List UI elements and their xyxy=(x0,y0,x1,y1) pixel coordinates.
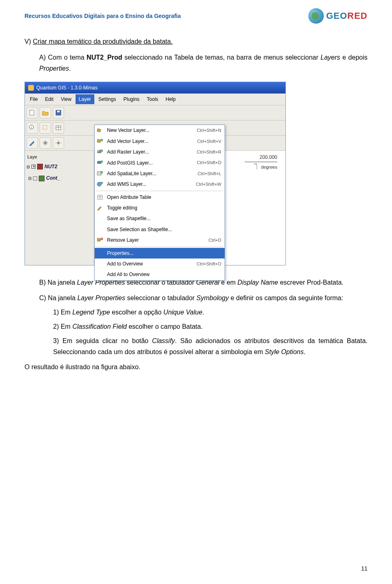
section-a-italic2: Properties xyxy=(39,65,69,72)
menu-plugins[interactable]: Plugins xyxy=(120,94,143,104)
svg-text:+: + xyxy=(101,139,102,142)
list-item-2: 2) Em Classification Field escolher o ca… xyxy=(53,321,368,332)
menu-label: Add Vector Layer... xyxy=(107,137,194,145)
menu-item-add-spatialite[interactable]: + Add SpatiaLite Layer... Ctrl+Shift+L xyxy=(95,168,225,179)
app-body: Laye ⊟ ✕ NUT2 ⊟ Cont_ 200.000 xyxy=(25,151,285,265)
qgis-window: Quantum GIS - 1.3.0-Mimas File Edit View… xyxy=(24,82,286,266)
menu-view[interactable]: View xyxy=(58,94,75,104)
logo-geo: GEO xyxy=(326,11,347,21)
menu-item-add-all-overview[interactable]: Add All to Overview xyxy=(95,269,225,280)
menu-item-add-overview[interactable]: Add to Overview Ctrl+Shift+O xyxy=(95,259,225,269)
menu-settings[interactable]: Settings xyxy=(95,94,119,104)
menu-item-open-attr-table[interactable]: Open Attribute Table xyxy=(95,192,225,203)
identify-button[interactable]: i xyxy=(27,122,38,134)
add-postgis-icon: + xyxy=(96,160,104,166)
menu-shortcut: Ctrl+Shift+W xyxy=(196,181,221,188)
list-item-1: 1) Em Legend Type escolher a opção Uniqu… xyxy=(53,307,368,318)
menu-item-remove-layer[interactable]: Remove Layer Ctrl+D xyxy=(95,235,225,245)
toolbar-row-1 xyxy=(25,105,285,120)
li2-pre: 2) Em xyxy=(53,323,72,330)
layer-name-cont: Cont_ xyxy=(46,174,60,182)
section-b-mid3: escrever Prod-Batata. xyxy=(278,279,343,286)
li1-pre: 1) Em xyxy=(53,309,72,316)
menu-help[interactable]: Help xyxy=(163,94,179,104)
menu-separator xyxy=(96,247,223,247)
li1-i: Legend Type xyxy=(72,309,110,316)
section-a-prefix: A) Com o tema xyxy=(39,54,87,61)
li2-post: escolher o campo Batata. xyxy=(127,323,203,330)
menu-tools[interactable]: Tools xyxy=(144,94,162,104)
menu-edit[interactable]: Edit xyxy=(42,94,57,104)
li1-post: escolher a opção xyxy=(110,309,163,316)
layer-swatch-icon xyxy=(37,164,43,169)
menu-item-toggle-editing[interactable]: Toggle editing xyxy=(95,203,225,213)
result-line: O resultado é ilustrado na figura abaixo… xyxy=(24,361,368,372)
layer-menu-dropdown: New Vector Layer... Ctrl+Shift+N + Add V… xyxy=(94,125,225,280)
li3-end: . xyxy=(304,348,305,355)
svg-text:+: + xyxy=(101,182,102,185)
menu-label: Add Raster Layer... xyxy=(107,148,194,156)
layer-row-cont[interactable]: ⊟ Cont_ xyxy=(27,173,92,183)
attribute-table-button[interactable] xyxy=(53,122,64,134)
menu-label: Remove Layer xyxy=(107,236,205,244)
menu-item-properties[interactable]: Properties... xyxy=(95,248,225,259)
section-c-mid2: e definir os campos da seguinte forma: xyxy=(229,294,343,301)
menu-file[interactable]: File xyxy=(27,94,41,104)
li1-i2: Unique Value xyxy=(163,309,202,316)
layers-panel-label: Laye xyxy=(27,152,92,162)
menu-item-add-vector[interactable]: + Add Vector Layer... Ctrl+Shift+V xyxy=(95,136,225,147)
header-title: Recursos Educativos Digitais para o Ensi… xyxy=(24,13,181,19)
menu-label: Save as Shapefile... xyxy=(107,214,218,223)
li2-i: Classification Field xyxy=(72,323,127,330)
document-body: V) Criar mapa temático da produtividade … xyxy=(24,36,368,373)
edit-button[interactable] xyxy=(27,137,38,149)
open-project-button[interactable] xyxy=(40,107,51,118)
scale-value: 200.000 xyxy=(245,153,277,161)
svg-rect-3 xyxy=(57,111,60,112)
add-raster-icon: + xyxy=(96,149,104,155)
svg-rect-16 xyxy=(97,150,99,152)
new-vector-icon xyxy=(96,127,104,134)
menu-item-add-postgis[interactable]: + Add PostGIS Layer... Ctrl+Shift+D xyxy=(95,158,225,168)
section-c: C) Na janela Layer Properties selecciona… xyxy=(24,292,368,303)
menu-label: Save Selection as Shapefile... xyxy=(107,225,218,234)
section-a-mid: seleccionado na Tabela de temas, na barr… xyxy=(122,54,321,61)
menu-item-new-vector[interactable]: New Vector Layer... Ctrl+Shift+N xyxy=(95,125,225,136)
menu-layer[interactable]: Layer xyxy=(76,94,94,104)
menu-item-save-selection-shapefile[interactable]: Save Selection as Shapefile... xyxy=(95,224,225,235)
menu-label: Properties... xyxy=(107,249,218,257)
menu-label: Add SpatiaLite Layer... xyxy=(107,169,194,178)
svg-rect-6 xyxy=(43,125,47,129)
save-button[interactable] xyxy=(53,107,64,118)
menu-shortcut: Ctrl+D xyxy=(209,236,221,244)
logo-red: RED xyxy=(347,11,368,21)
logo: GEORED xyxy=(308,8,368,24)
section-a: A) Com o tema NUT2_Prod seleccionado na … xyxy=(24,52,368,74)
section-v-prefix: V) xyxy=(24,38,33,45)
menu-item-add-wms[interactable]: + Add WMS Layer... Ctrl+Shift+W xyxy=(95,179,225,189)
menu-item-add-raster[interactable]: + Add Raster Layer... Ctrl+Shift+R xyxy=(95,147,225,157)
li1-end: . xyxy=(203,309,204,316)
layer-row-nut2[interactable]: ⊟ ✕ NUT2 xyxy=(27,162,92,172)
section-c-i2: Symbology xyxy=(196,294,229,301)
svg-marker-11 xyxy=(97,129,101,132)
section-a-end: . xyxy=(69,65,71,72)
menu-label: Add WMS Layer... xyxy=(107,180,193,188)
add-vector-icon: + xyxy=(96,138,104,145)
page-number: 11 xyxy=(361,565,368,572)
scale-unit: ⏋ degrees xyxy=(245,162,277,172)
svg-text:+: + xyxy=(101,149,102,152)
new-project-button[interactable] xyxy=(27,107,38,118)
menu-separator xyxy=(96,191,223,191)
svg-marker-12 xyxy=(97,139,101,143)
remove-icon xyxy=(96,237,104,243)
add-spatialite-icon: + xyxy=(96,170,104,177)
section-a-italic1: Layers xyxy=(321,54,340,61)
select-button[interactable] xyxy=(40,122,51,134)
logo-text: GEORED xyxy=(326,11,368,21)
pan-button[interactable] xyxy=(40,137,51,149)
menu-item-save-shapefile[interactable]: Save as Shapefile... xyxy=(95,213,225,224)
settings-button[interactable] xyxy=(53,137,64,149)
menu-shortcut: Ctrl+Shift+R xyxy=(197,148,221,156)
title-bar: Quantum GIS - 1.3.0-Mimas xyxy=(25,82,285,94)
